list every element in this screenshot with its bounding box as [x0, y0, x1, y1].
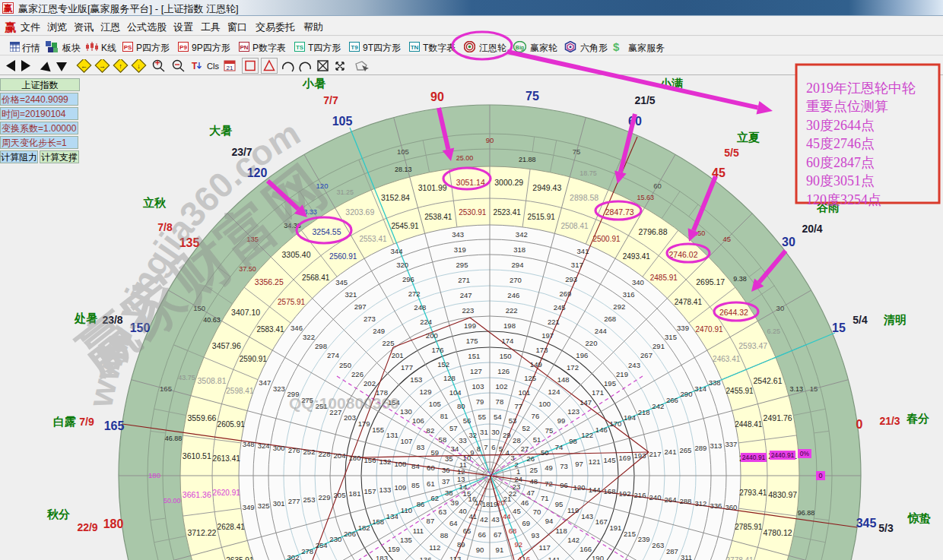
svg-text:289: 289: [694, 444, 706, 452]
svg-text:102: 102: [496, 382, 508, 391]
svg-text:43.75: 43.75: [178, 374, 195, 381]
svg-text:93: 93: [532, 531, 540, 539]
svg-text:30: 30: [491, 428, 500, 436]
svg-text:2553.41: 2553.41: [359, 235, 387, 243]
svg-text:20/4: 20/4: [802, 223, 822, 235]
svg-text:97: 97: [575, 460, 583, 468]
svg-text:74: 74: [555, 443, 564, 451]
svg-text:105: 105: [397, 147, 409, 156]
svg-text:311: 311: [681, 553, 692, 560]
svg-text:5: 5: [499, 445, 503, 453]
svg-text:2635.91: 2635.91: [226, 556, 254, 560]
svg-text:217: 217: [649, 450, 662, 458]
svg-text:165: 165: [104, 419, 125, 432]
svg-text:291: 291: [652, 342, 665, 350]
svg-text:337: 337: [725, 440, 737, 448]
svg-text:221: 221: [548, 318, 560, 326]
svg-text:173: 173: [536, 346, 548, 354]
svg-text:2778.41: 2778.41: [726, 556, 754, 560]
svg-text:315: 315: [665, 333, 677, 341]
svg-text:46: 46: [521, 498, 529, 507]
svg-text:129: 129: [420, 388, 432, 396]
svg-text:317: 317: [571, 261, 583, 269]
svg-text:7: 7: [484, 443, 487, 451]
svg-text:316: 316: [623, 290, 635, 299]
svg-text:3254.55: 3254.55: [313, 227, 341, 236]
svg-text:180: 180: [103, 517, 124, 530]
svg-text:120: 120: [573, 483, 586, 492]
svg-text:3152.84: 3152.84: [381, 193, 410, 202]
svg-text:336: 336: [710, 501, 722, 510]
svg-text:7/9: 7/9: [79, 416, 94, 428]
svg-text:170: 170: [609, 419, 621, 428]
svg-text:196: 196: [576, 351, 588, 359]
svg-text:2545.91: 2545.91: [391, 222, 419, 230]
svg-text:79: 79: [476, 397, 484, 406]
svg-text:2628.41: 2628.41: [217, 523, 246, 531]
svg-text:224: 224: [420, 318, 432, 326]
svg-text:86: 86: [417, 500, 425, 508]
svg-text:191: 191: [609, 524, 621, 532]
svg-text:145: 145: [604, 456, 616, 464]
svg-text:98: 98: [569, 437, 577, 445]
svg-text:287: 287: [666, 547, 678, 555]
svg-text:87: 87: [427, 517, 435, 525]
svg-text:105: 105: [429, 400, 441, 408]
svg-text:22/9: 22/9: [77, 521, 97, 533]
svg-text:156: 156: [364, 456, 376, 464]
svg-text:158: 158: [372, 517, 384, 526]
svg-text:56: 56: [463, 416, 472, 425]
svg-text:225: 225: [383, 339, 395, 347]
svg-text:3508.81: 3508.81: [198, 376, 227, 385]
svg-text:26: 26: [526, 454, 535, 463]
svg-text:83: 83: [417, 443, 425, 451]
svg-text:136: 136: [420, 555, 432, 560]
svg-text:39: 39: [451, 498, 459, 507]
svg-text:148: 148: [557, 375, 570, 384]
svg-text:128: 128: [443, 374, 456, 382]
svg-text:176: 176: [432, 346, 444, 354]
svg-text:秋分: 秋分: [46, 508, 70, 520]
svg-text:3559.66: 3559.66: [187, 413, 216, 422]
svg-text:248: 248: [414, 303, 426, 312]
svg-text:3101.99: 3101.99: [418, 183, 447, 192]
svg-text:立秋: 立秋: [142, 196, 167, 209]
svg-text:27: 27: [521, 445, 529, 453]
svg-text:325: 325: [258, 501, 270, 510]
svg-text:7/7: 7/7: [323, 94, 338, 106]
svg-text:290: 290: [681, 390, 693, 398]
svg-text:90度3051点: 90度3051点: [806, 173, 875, 188]
svg-text:4780.12: 4780.12: [764, 528, 792, 537]
svg-text:90: 90: [476, 546, 484, 554]
svg-text:266: 266: [666, 396, 678, 404]
svg-text:190: 190: [592, 554, 604, 560]
svg-text:342: 342: [516, 230, 528, 239]
svg-text:292: 292: [613, 302, 625, 311]
svg-text:111: 111: [413, 527, 424, 535]
svg-text:90: 90: [486, 136, 494, 144]
svg-text:30度2644点: 30度2644点: [806, 118, 875, 133]
svg-text:85: 85: [411, 481, 420, 489]
svg-text:144: 144: [589, 486, 601, 494]
svg-text:200: 200: [426, 331, 438, 340]
svg-text:345: 345: [335, 278, 348, 286]
svg-text:2515.91: 2515.91: [528, 213, 556, 221]
svg-text:2695.17: 2695.17: [696, 277, 725, 286]
svg-text:318: 318: [513, 245, 525, 254]
svg-text:55: 55: [478, 413, 487, 421]
svg-text:300: 300: [273, 444, 285, 452]
svg-text:180: 180: [148, 471, 160, 479]
svg-text:94: 94: [545, 517, 554, 525]
svg-text:6: 6: [491, 443, 495, 451]
svg-text:320: 320: [396, 261, 408, 269]
svg-text:321: 321: [344, 290, 357, 299]
svg-text:15: 15: [832, 321, 846, 334]
svg-text:278: 278: [301, 547, 313, 555]
svg-text:62: 62: [430, 494, 439, 502]
svg-text:244: 244: [595, 327, 607, 335]
svg-text:2590.91: 2590.91: [240, 355, 268, 363]
svg-text:95: 95: [555, 500, 564, 508]
svg-text:91: 91: [496, 546, 504, 554]
svg-text:4: 4: [505, 448, 509, 457]
svg-text:243: 243: [628, 361, 640, 369]
